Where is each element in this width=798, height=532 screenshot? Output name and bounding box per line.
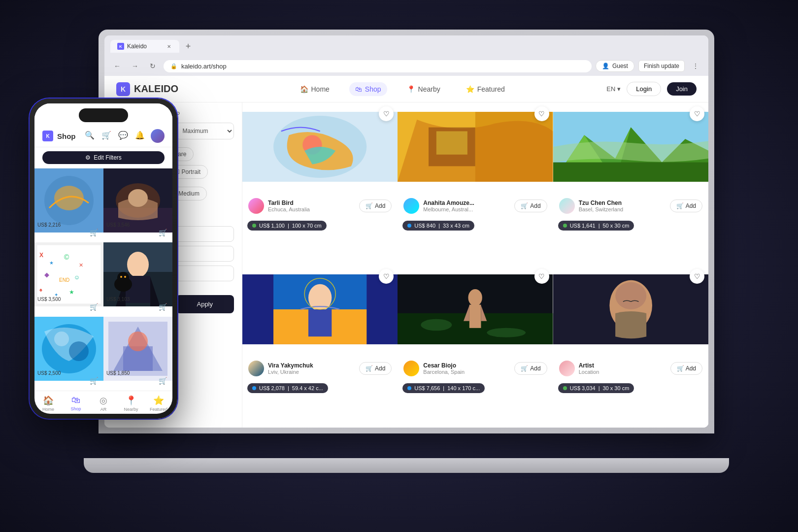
phone-product-5: US$ 2,500 🛒 [34,317,103,391]
phone-chat-icon[interactable]: 💬 [117,129,129,141]
phone-nearby-icon: 📍 [126,395,136,406]
address-bar[interactable]: 🔒 kaleido.art/shop [164,60,592,72]
phone-cart-btn-4[interactable]: 🛒 [157,301,168,313]
price-dot-5 [407,386,411,390]
add-button-1[interactable]: 🛒 Add [359,200,392,212]
product-card-6: ♡ [553,265,708,428]
phone-action-icons: 🔍 🛒 💬 🔔 [84,129,165,143]
svg-point-24 [487,328,526,337]
phone-cart-btn-2[interactable]: 🛒 [157,227,168,238]
phone-nav-ar[interactable]: ◎ AR [90,395,117,412]
phone-nav-home[interactable]: 🏠 Home [34,395,62,412]
artist-location-4: Lviv, Ukraine [268,369,313,375]
product-price-3: US$ 1,641 | 50 x 30 cm [558,221,634,231]
phone-ar-icon: ◎ [100,395,107,406]
dimensions-text-1: 100 x 70 cm [292,223,322,229]
phone-product-4: US$ 3,103 🛒 [103,242,172,316]
product-info-5: Cesar Biojo Barcelona, Spain 🛒 Add [398,356,553,381]
dimensions-text-4: 59.4 x 42 c... [292,385,323,391]
phone-nav-shop[interactable]: 🛍 Shop [62,395,90,412]
phone-price-text-6: US$ 1,850 [106,370,130,376]
artist-name-3: Tzu Chen Chen [579,200,624,206]
artist-avatar-1 [248,198,264,214]
nav-home-label: Home [311,85,330,93]
phone-user-avatar[interactable] [151,129,165,143]
login-button[interactable]: Login [627,82,661,96]
price-text-4: US$ 2,078 [259,385,285,391]
art-image-2 [398,102,553,191]
product-card-3: ♡ [553,102,708,265]
phone-bell-icon[interactable]: 🔔 [134,129,146,141]
svg-point-61 [69,341,89,361]
logo-icon: K [116,82,130,96]
phone-nav-featured[interactable]: ⭐ Featured [145,395,172,412]
phone-price-3: US$ 3,500 [37,297,61,302]
wishlist-btn-5[interactable]: ♡ [534,269,549,284]
phone-nav-nearby[interactable]: 📍 Nearby [117,395,145,412]
reload-button[interactable]: ↻ [146,59,160,73]
price-dot-6 [563,386,567,390]
svg-point-57 [124,276,126,278]
guest-icon: 👤 [602,63,609,69]
guest-button[interactable]: 👤 Guest [596,60,634,72]
edit-filters-button[interactable]: ⚙ Edit Filters [42,151,165,164]
phone-cart-btn-5[interactable]: 🛒 [88,375,100,387]
artist-details-6: Artist Location [579,362,599,375]
artist-location-1: Echuca, Australia [268,206,310,212]
phone-cart-btn-6[interactable]: 🛒 [157,375,168,387]
phone-nav-featured-label: Featured [150,407,167,412]
apply-button[interactable]: Apply [176,295,234,313]
artist-info-1: Tarli Bird Echuca, Australia [248,198,310,214]
nav-nearby[interactable]: 📍 Nearby [401,82,446,96]
product-info-3: Tzu Chen Chen Basel, Switzerland 🛒 Add [553,193,708,219]
language-button[interactable]: EN ▾ [606,85,621,93]
guest-label: Guest [612,63,628,69]
browser-tab-active[interactable]: K Kaleido ✕ [110,40,179,53]
add-button-4[interactable]: 🛒 Add [359,362,392,375]
finish-update-button[interactable]: Finish update [638,60,685,72]
product-price-2: US$ 840 | 33 x 43 cm [402,221,474,231]
browser-top-bar: K Kaleido ✕ + ← → ↻ 🔒 [104,35,708,76]
artist-details-1: Tarli Bird Echuca, Australia [268,200,310,212]
add-button-2[interactable]: 🛒 Add [514,200,547,212]
phone-cart-icon[interactable]: 🛒 [100,129,112,141]
wishlist-btn-3[interactable]: ♡ [690,106,704,121]
phone-body: K Shop 🔍 🛒 💬 🔔 ⚙ Edit Filters [30,99,177,419]
add-button-5[interactable]: 🛒 Add [514,362,547,375]
nav-home[interactable]: 🏠 Home [294,82,335,96]
product-info-4: Vira Yakymchuk Lviv, Ukraine 🛒 Add [242,356,398,381]
add-button-6[interactable]: 🛒 Add [670,362,702,375]
product-grid: ♡ [242,102,708,428]
nav-shop[interactable]: 🛍 Shop [349,82,387,96]
logo-text: KALEIDO [134,83,178,95]
nav-featured[interactable]: ⭐ Featured [460,82,511,96]
phone-cart-btn-1[interactable]: 🛒 [88,227,100,238]
browser-menu-button[interactable]: ⋮ [689,59,702,73]
artist-avatar-3 [559,198,575,214]
edit-filters-label: Edit Filters [94,154,122,161]
forward-button[interactable]: → [128,59,142,73]
lock-icon: 🔒 [170,63,177,69]
join-button[interactable]: Join [667,82,697,96]
svg-point-56 [120,276,122,278]
phone-cart-btn-3[interactable]: 🛒 [88,301,100,313]
edit-filters-bar: ⚙ Edit Filters [34,147,172,168]
phone-logo: K [42,131,53,141]
artist-name-5: Cesar Biojo [423,362,465,369]
product-card-4: ♡ [242,265,398,428]
wishlist-btn-2[interactable]: ♡ [534,106,549,121]
price-max-select[interactable]: Maximum [175,123,234,139]
product-price-1: US$ 1,100 | 100 x 70 cm [247,221,327,231]
new-tab-button[interactable]: + [181,39,195,53]
phone-search-icon[interactable]: 🔍 [84,129,96,141]
artist-info-3: Tzu Chen Chen Basel, Switzerland [559,198,624,214]
back-button[interactable]: ← [110,59,124,73]
wishlist-btn-6[interactable]: ♡ [690,269,704,284]
site-nav: K KALEIDO 🏠 Home 🛍 Shop 📍 Nearby ⭐ Featu… [104,76,708,102]
price-text-2: US$ 840 [414,223,435,229]
artist-name-4: Vira Yakymchuk [268,362,313,369]
website: K KALEIDO 🏠 Home 🛍 Shop 📍 Nearby ⭐ Featu… [104,76,708,428]
svg-text:☺: ☺ [74,274,80,281]
tab-close-button[interactable]: ✕ [166,43,172,50]
add-button-3[interactable]: 🛒 Add [670,200,702,212]
